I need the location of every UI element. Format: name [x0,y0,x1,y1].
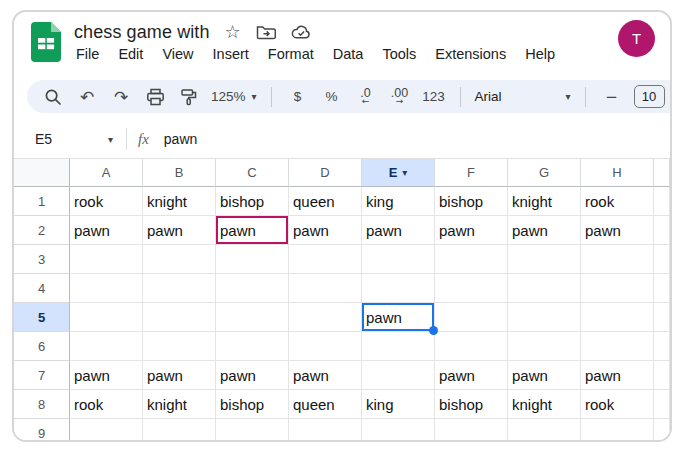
column-header-a[interactable]: A [70,159,143,187]
number-format-button[interactable]: 123 [422,84,446,110]
cell-d6[interactable] [289,332,362,361]
cell-g5[interactable] [508,303,581,332]
cell-e7[interactable] [362,361,435,390]
cell-a8[interactable]: rook [70,390,143,419]
cell-h4[interactable] [581,274,654,303]
cell-h5[interactable] [581,303,654,332]
sheets-logo-icon[interactable] [31,22,61,62]
menu-item-edit[interactable]: Edit [118,46,143,62]
cell-d1[interactable]: queen [289,187,362,216]
paint-format-icon[interactable] [177,84,201,110]
cell-h6[interactable] [581,332,654,361]
cell-a2[interactable]: pawn [70,216,143,245]
cell-g2[interactable]: pawn [508,216,581,245]
cell-f5[interactable] [435,303,508,332]
formula-input[interactable]: pawn [164,131,197,147]
column-header-h[interactable]: H [581,159,654,187]
cell-h2[interactable]: pawn [581,216,654,245]
cell-b5[interactable] [143,303,216,332]
menu-item-extensions[interactable]: Extensions [435,46,506,62]
cell-f9[interactable] [435,419,508,442]
cell-g8[interactable]: knight [508,390,581,419]
cell-g7[interactable]: pawn [508,361,581,390]
row-header-4[interactable]: 4 [14,274,70,303]
cell-a9[interactable] [70,419,143,442]
cell-e5[interactable]: pawn [362,303,435,332]
column-header-f[interactable]: F [435,159,508,187]
cell-g1[interactable]: knight [508,187,581,216]
row-header-6[interactable]: 6 [14,332,70,361]
menu-item-insert[interactable]: Insert [213,46,249,62]
column-header-b[interactable]: B [143,159,216,187]
cell-f8[interactable]: bishop [435,390,508,419]
cell-e3[interactable] [362,245,435,274]
cell-d7[interactable]: pawn [289,361,362,390]
cell-b8[interactable]: knight [143,390,216,419]
cell-a6[interactable] [70,332,143,361]
cell-e2[interactable]: pawn [362,216,435,245]
redo-icon[interactable]: ↷ [109,84,133,110]
cloud-saved-icon[interactable] [291,24,312,40]
column-header-e[interactable]: E▾ [362,159,435,187]
cell-d3[interactable] [289,245,362,274]
column-header-d[interactable]: D [289,159,362,187]
row-header-3[interactable]: 3 [14,245,70,274]
menu-item-view[interactable]: View [162,46,193,62]
move-folder-icon[interactable] [256,24,276,40]
row-header-9[interactable]: 9 [14,419,70,442]
menu-item-file[interactable]: File [76,46,99,62]
cell-h1[interactable]: rook [581,187,654,216]
cell-f2[interactable]: pawn [435,216,508,245]
print-icon[interactable] [143,84,167,110]
grid-corner[interactable] [14,159,70,187]
cell-f3[interactable] [435,245,508,274]
cell-h3[interactable] [581,245,654,274]
cell-b9[interactable] [143,419,216,442]
zoom-select[interactable]: 125% ▾ [211,84,257,110]
cell-d4[interactable] [289,274,362,303]
cell-d9[interactable] [289,419,362,442]
font-family-select[interactable]: Arial ▾ [475,84,571,110]
cell-c3[interactable] [216,245,289,274]
cell-g3[interactable] [508,245,581,274]
star-icon[interactable]: ☆ [225,23,241,41]
cell-c4[interactable] [216,274,289,303]
cell-d2[interactable]: pawn [289,216,362,245]
cell-e4[interactable] [362,274,435,303]
cell-a1[interactable]: rook [70,187,143,216]
cell-b2[interactable]: pawn [143,216,216,245]
row-header-2[interactable]: 2 [14,216,70,245]
name-box[interactable]: E5 ▾ [35,131,113,147]
cell-h8[interactable]: rook [581,390,654,419]
cell-b6[interactable] [143,332,216,361]
row-header-1[interactable]: 1 [14,187,70,216]
cell-h7[interactable]: pawn [581,361,654,390]
row-header-8[interactable]: 8 [14,390,70,419]
cell-c5[interactable] [216,303,289,332]
cell-e8[interactable]: king [362,390,435,419]
cell-h9[interactable] [581,419,654,442]
currency-format-button[interactable]: $ [286,84,310,110]
cell-g6[interactable] [508,332,581,361]
cell-a4[interactable] [70,274,143,303]
undo-icon[interactable]: ↶ [75,84,99,110]
percent-format-button[interactable]: % [320,84,344,110]
cell-a7[interactable]: pawn [70,361,143,390]
column-header-c[interactable]: C [216,159,289,187]
cell-f7[interactable]: pawn [435,361,508,390]
cell-c6[interactable] [216,332,289,361]
search-icon[interactable] [41,84,65,110]
cell-c1[interactable]: bishop [216,187,289,216]
cell-f1[interactable]: bishop [435,187,508,216]
menu-item-format[interactable]: Format [268,46,314,62]
cell-c9[interactable] [216,419,289,442]
cell-b3[interactable] [143,245,216,274]
cell-a3[interactable] [70,245,143,274]
increase-decimal-button[interactable]: .00 → [388,84,412,110]
cell-b7[interactable]: pawn [143,361,216,390]
cell-g4[interactable] [508,274,581,303]
cell-g9[interactable] [508,419,581,442]
font-size-input[interactable]: 10 [634,85,665,108]
cell-f4[interactable] [435,274,508,303]
cell-c8[interactable]: bishop [216,390,289,419]
